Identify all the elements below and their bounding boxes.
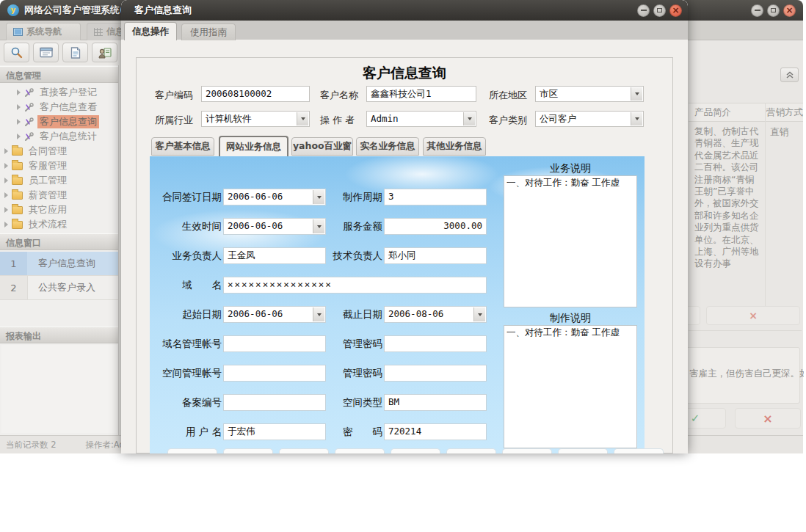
dropdown-arrow-icon[interactable] bbox=[297, 112, 308, 125]
tree-folder-other-apps[interactable]: 其它应用 bbox=[0, 203, 118, 217]
dropdown-arrow-icon[interactable] bbox=[313, 307, 324, 321]
app-logo-icon: y bbox=[7, 4, 19, 16]
tree-folder-employee-mgmt[interactable]: 员工管理 bbox=[0, 173, 118, 188]
maximize-button[interactable] bbox=[767, 4, 780, 17]
close-button[interactable]: × bbox=[783, 4, 796, 17]
tech-owner-field[interactable]: 郑小同 bbox=[384, 247, 487, 264]
expand-arrow-icon[interactable] bbox=[17, 90, 21, 95]
tree-item-direct-customer-register[interactable]: 直接客户登记 bbox=[0, 85, 118, 100]
domain-pwd-field[interactable] bbox=[384, 335, 487, 352]
expand-arrow-icon[interactable] bbox=[4, 163, 8, 169]
tab-system-nav[interactable]: 系统导航 bbox=[6, 23, 81, 40]
tree-folder-contract-mgmt[interactable]: 合同管理 bbox=[0, 144, 118, 158]
sidebar: 信息管理 直接客户登记 客户信息查看 客户信息查询 客户信息统计 bbox=[0, 65, 119, 453]
tree-item-customer-info-query[interactable]: 客户信息查询 bbox=[0, 114, 118, 129]
expand-arrow-icon[interactable] bbox=[4, 148, 8, 154]
domain-account-field[interactable] bbox=[223, 335, 326, 352]
password-field[interactable]: 720214 bbox=[384, 423, 487, 440]
start-date-select[interactable]: 2006-06-06 bbox=[223, 306, 326, 323]
dropdown-arrow-icon[interactable] bbox=[631, 112, 642, 125]
period-field[interactable]: 3 bbox=[384, 189, 487, 205]
users-icon bbox=[98, 47, 112, 59]
domain-field[interactable]: ××××××××××××××× bbox=[223, 277, 487, 294]
window-item-label: 客户信息查询 bbox=[28, 252, 118, 275]
bottom-button[interactable] bbox=[223, 448, 273, 453]
production-note-textarea[interactable]: 一、对待工作：勤奋 工作虚 bbox=[504, 325, 637, 448]
dropdown-arrow-icon[interactable] bbox=[473, 307, 485, 321]
bottom-button[interactable] bbox=[502, 448, 552, 453]
expand-arrow-icon[interactable] bbox=[17, 104, 21, 110]
region-select[interactable]: 市区 bbox=[535, 86, 644, 102]
username-field[interactable]: 于宏伟 bbox=[223, 423, 326, 440]
minimize-button[interactable] bbox=[751, 4, 763, 17]
search-button[interactable] bbox=[4, 43, 29, 62]
end-date-select[interactable]: 2006-08-06 bbox=[384, 306, 487, 323]
customer-code-field[interactable]: 200608100002 bbox=[201, 86, 310, 102]
window-list-item[interactable]: 1 客户信息查询 bbox=[0, 252, 118, 276]
expand-arrow-icon[interactable] bbox=[4, 222, 8, 227]
users-button[interactable] bbox=[92, 43, 117, 62]
bottom-button[interactable] bbox=[167, 448, 217, 453]
customer-name-field[interactable]: 鑫鑫科技公司1 bbox=[366, 86, 476, 102]
biz-owner-field[interactable]: 王金凤 bbox=[223, 247, 326, 264]
tab-customer-basic-info[interactable]: 客户基本信息 bbox=[151, 137, 214, 156]
category-label: 客户类别 bbox=[489, 114, 527, 127]
tab-user-guide[interactable]: 使用指南 bbox=[181, 23, 236, 40]
space-pwd-field[interactable] bbox=[384, 365, 487, 382]
tree-folder-service-mgmt[interactable]: 客服管理 bbox=[0, 158, 118, 173]
window-list-item[interactable]: 2 公共客户录入 bbox=[0, 276, 118, 300]
tree-item-customer-info-view[interactable]: 客户信息查看 bbox=[0, 100, 118, 114]
modal-minimize-button[interactable] bbox=[637, 4, 650, 17]
tree-folder-salary-mgmt[interactable]: 薪资管理 bbox=[0, 188, 118, 203]
space-type-field[interactable]: BM bbox=[384, 394, 487, 411]
effective-date-select[interactable]: 2006-06-06 bbox=[223, 218, 326, 235]
expand-arrow-icon[interactable] bbox=[4, 178, 8, 183]
contract-date-select[interactable]: 2006-06-06 bbox=[223, 189, 326, 205]
period-label: 制作周期 bbox=[330, 189, 382, 205]
operator-select[interactable]: Admin bbox=[366, 111, 476, 127]
tab-other-business-info[interactable]: 其他业务信息 bbox=[423, 137, 486, 156]
expand-arrow-icon[interactable] bbox=[17, 119, 21, 125]
modal-maximize-button[interactable] bbox=[653, 4, 666, 17]
document-button[interactable] bbox=[62, 43, 88, 62]
dropdown-arrow-icon[interactable] bbox=[313, 219, 324, 233]
bottom-button[interactable] bbox=[446, 448, 496, 453]
expand-arrow-icon[interactable] bbox=[17, 134, 21, 139]
record-no-field[interactable] bbox=[223, 394, 326, 411]
card-view-icon bbox=[40, 47, 53, 58]
expand-arrow-icon[interactable] bbox=[4, 192, 8, 198]
tree-item-customer-info-stats[interactable]: 客户信息统计 bbox=[0, 129, 118, 144]
end-date-label: 截止日期 bbox=[330, 306, 382, 323]
cancel-button[interactable]: × bbox=[735, 408, 801, 429]
space-account-field[interactable] bbox=[223, 365, 326, 382]
tree-folder-tech-process[interactable]: 技术流程 bbox=[0, 217, 118, 232]
bottom-button[interactable] bbox=[614, 448, 664, 453]
bottom-button[interactable] bbox=[335, 448, 385, 453]
dropdown-arrow-icon[interactable] bbox=[313, 190, 324, 204]
tab-info-operation[interactable]: 信息操作 bbox=[124, 22, 177, 40]
tab-website-business-info[interactable]: 网站业务信息 bbox=[219, 136, 288, 156]
business-note-textarea[interactable]: 一、对待工作：勤奋 工作虚 bbox=[504, 175, 637, 307]
expand-arrow-icon[interactable] bbox=[4, 207, 8, 213]
tools-icon bbox=[24, 103, 34, 112]
category-select[interactable]: 公司客户 bbox=[535, 111, 644, 127]
marketing-cell: 直销 bbox=[770, 126, 788, 139]
product-intro-cell: 复制、仿制古代青铜器、生产现代金属艺术品近二百种。该公司注册商标“青铜王朝”已享… bbox=[694, 125, 759, 318]
bottom-button[interactable] bbox=[391, 448, 440, 453]
delete-button[interactable]: × bbox=[706, 306, 800, 325]
username-label: 用 户 名 bbox=[156, 423, 222, 440]
modal-close-button[interactable]: × bbox=[669, 4, 682, 17]
dropdown-arrow-icon[interactable] bbox=[463, 112, 475, 125]
card-view-button[interactable] bbox=[33, 43, 59, 62]
page-title: 客户信息查询 bbox=[137, 64, 672, 83]
industry-select[interactable]: 计算机软件 bbox=[201, 111, 310, 127]
tree-folder-label: 合同管理 bbox=[26, 145, 69, 158]
dropdown-arrow-icon[interactable] bbox=[631, 87, 642, 101]
bottom-button[interactable] bbox=[279, 448, 329, 453]
tab-yahoo[interactable]: yahoo百业窗 bbox=[291, 137, 353, 156]
amount-field[interactable]: 3000.00 bbox=[384, 218, 487, 235]
bottom-button[interactable] bbox=[558, 448, 608, 453]
collapse-panel-button[interactable] bbox=[780, 68, 799, 82]
tab-realname-business-info[interactable]: 实名业务信息 bbox=[356, 137, 419, 156]
modal-title: 客户信息查询 bbox=[134, 4, 192, 17]
